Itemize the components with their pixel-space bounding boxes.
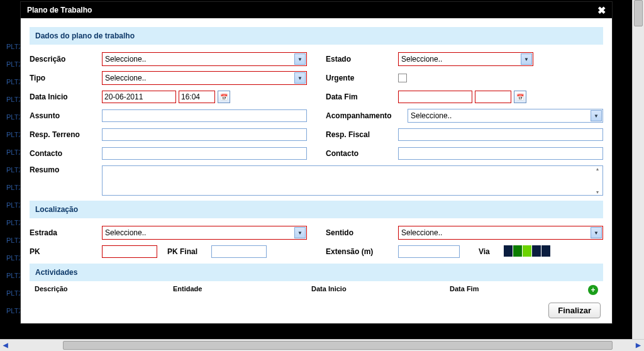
scrollbar-vertical[interactable] — [632, 0, 644, 340]
chevron-down-icon: ▼ — [294, 53, 306, 65]
col-entidade: Entidade — [173, 285, 311, 295]
input-contacto-right[interactable] — [398, 147, 603, 160]
chevron-down-icon: ▼ — [591, 110, 602, 121]
window-title: Plano de Trabalho — [27, 6, 92, 14]
label-pk-final: PK Final — [167, 247, 211, 256]
chevron-down-icon: ▼ — [294, 72, 306, 84]
chevron-down-icon: ▼ — [591, 227, 602, 238]
select-estrada[interactable]: Seleccione.. ▼ — [102, 226, 307, 240]
input-pk[interactable] — [102, 245, 157, 258]
label-sentido: Sentido — [326, 228, 398, 237]
scrollbar-horizontal[interactable]: ◀ ▶ — [0, 339, 644, 351]
label-estrada: Estrada — [30, 228, 102, 237]
input-data-inicio-time[interactable] — [179, 91, 215, 103]
label-resp-terreno: Resp. Terreno — [30, 130, 102, 139]
chevron-down-icon: ▼ — [521, 53, 532, 65]
chevron-down-icon: ▼ — [294, 227, 306, 238]
col-descricao: Descrição — [35, 285, 173, 295]
select-estado[interactable]: Seleccione.. ▼ — [398, 52, 533, 66]
calendar-icon[interactable]: 📅 — [514, 91, 526, 103]
scroll-right-icon[interactable]: ▶ — [633, 340, 644, 351]
select-sentido[interactable]: Seleccione.. ▼ — [398, 226, 603, 240]
label-contacto-left: Contacto — [30, 149, 102, 158]
via-swatches[interactable] — [504, 245, 551, 259]
input-extensao[interactable] — [398, 245, 460, 258]
select-tipo[interactable]: Seleccione.. ▼ — [102, 71, 307, 85]
section-dados-header: Dados do plano de trabalho — [30, 27, 603, 45]
input-resp-terreno[interactable] — [102, 128, 307, 141]
section-act-header: Actividades — [30, 264, 603, 281]
label-descricao: Descrição — [30, 55, 102, 64]
col-data-fim: Data Fim — [450, 285, 588, 295]
label-via: Via — [479, 247, 504, 256]
textarea-resumo[interactable]: ▴▾ — [102, 165, 603, 196]
label-resp-fiscal: Resp. Fiscal — [326, 130, 398, 139]
close-icon[interactable]: ✖ — [597, 4, 606, 16]
scroll-down-icon[interactable]: ▾ — [592, 189, 602, 195]
checkbox-urgente[interactable] — [398, 74, 407, 82]
label-assunto: Assunto — [30, 111, 102, 120]
label-tipo: Tipo — [30, 74, 102, 82]
add-actividade-button[interactable]: + — [588, 285, 598, 295]
label-urgente: Urgente — [326, 74, 398, 82]
input-assunto[interactable] — [102, 109, 307, 122]
label-extensao: Extensão (m) — [326, 247, 398, 256]
select-descricao[interactable]: Seleccione.. ▼ — [102, 52, 307, 66]
section-loc-header: Localização — [30, 201, 603, 218]
dialog-plano-trabalho: Plano de Trabalho ✖ Dados do plano de tr… — [20, 1, 613, 324]
input-contacto-left[interactable] — [102, 147, 307, 160]
label-resumo: Resumo — [30, 165, 102, 174]
calendar-icon[interactable]: 📅 — [218, 91, 230, 103]
input-data-inicio-date[interactable] — [102, 91, 176, 103]
label-data-inicio: Data Inicio — [30, 92, 102, 101]
actividades-columns: Descrição Entidade Data Inicio Data Fim … — [30, 281, 603, 299]
label-estado: Estado — [326, 55, 398, 64]
col-data-inicio: Data Inicio — [311, 285, 450, 295]
label-acompanhamento: Acompanhamento — [326, 111, 408, 120]
finalizar-button[interactable]: Finalizar — [548, 303, 601, 318]
input-data-fim-time[interactable] — [475, 91, 511, 103]
scroll-up-icon[interactable]: ▴ — [592, 166, 602, 172]
label-pk: PK — [30, 247, 102, 256]
label-contacto-right: Contacto — [326, 149, 398, 158]
label-data-fim: Data Fim — [326, 92, 398, 101]
input-data-fim-date[interactable] — [398, 91, 472, 103]
input-pk-final[interactable] — [211, 245, 267, 258]
titlebar: Plano de Trabalho ✖ — [21, 2, 612, 18]
select-acompanhamento[interactable]: Seleccione.. ▼ — [408, 109, 603, 123]
input-resp-fiscal[interactable] — [398, 128, 603, 141]
scroll-left-icon[interactable]: ◀ — [0, 340, 11, 351]
